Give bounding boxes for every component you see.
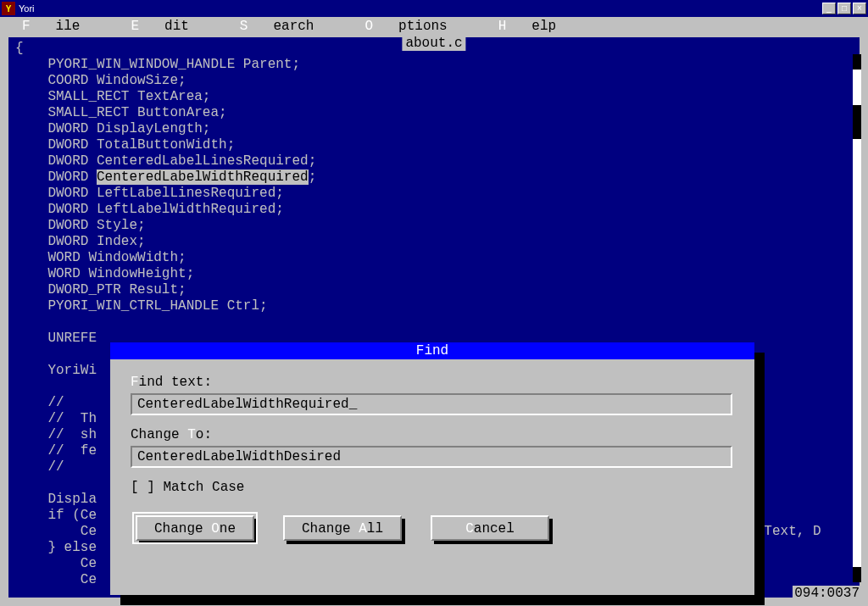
minimize-button[interactable]: _ — [822, 3, 836, 14]
find-dialog: Find Find text: CenteredLabelWidthRequir… — [110, 342, 754, 595]
change-to-label: Change To: — [131, 427, 734, 442]
status-position: 094:0037 — [793, 586, 861, 601]
change-to-input[interactable]: CenteredLabelWidthDesired — [131, 446, 732, 468]
app-icon: Y — [2, 2, 15, 15]
find-text-label: Find text: — [131, 375, 734, 390]
window-title: Yori — [19, 3, 35, 14]
dialog-title: Find — [110, 342, 754, 359]
search-highlight: CenteredLabelWidthRequired — [97, 170, 309, 185]
menubar: File Edit Search Options Help — [0, 17, 868, 36]
match-case-checkbox[interactable]: [ ] Match Case — [131, 480, 734, 495]
menu-edit[interactable]: Edit — [131, 19, 214, 34]
scroll-up-icon[interactable] — [853, 54, 861, 69]
menu-search[interactable]: Search — [240, 19, 340, 34]
menu-options[interactable]: Options — [364, 19, 472, 34]
close-button[interactable]: × — [853, 3, 866, 14]
change-one-button[interactable]: Change One — [136, 515, 254, 541]
menu-file[interactable]: File — [22, 19, 105, 34]
menu-help[interactable]: Help — [498, 19, 581, 34]
find-input[interactable]: CenteredLabelWidthRequired — [131, 393, 732, 415]
scroll-thumb[interactable] — [853, 105, 861, 139]
scroll-down-icon[interactable] — [853, 567, 861, 582]
file-tab: about.c — [402, 36, 465, 51]
vertical-scrollbar[interactable] — [853, 54, 861, 582]
maximize-button[interactable]: □ — [837, 3, 851, 14]
change-all-button[interactable]: Change All — [283, 515, 402, 541]
cancel-button[interactable]: Cancel — [431, 515, 549, 541]
titlebar: Y Yori _ □ × — [0, 0, 868, 17]
